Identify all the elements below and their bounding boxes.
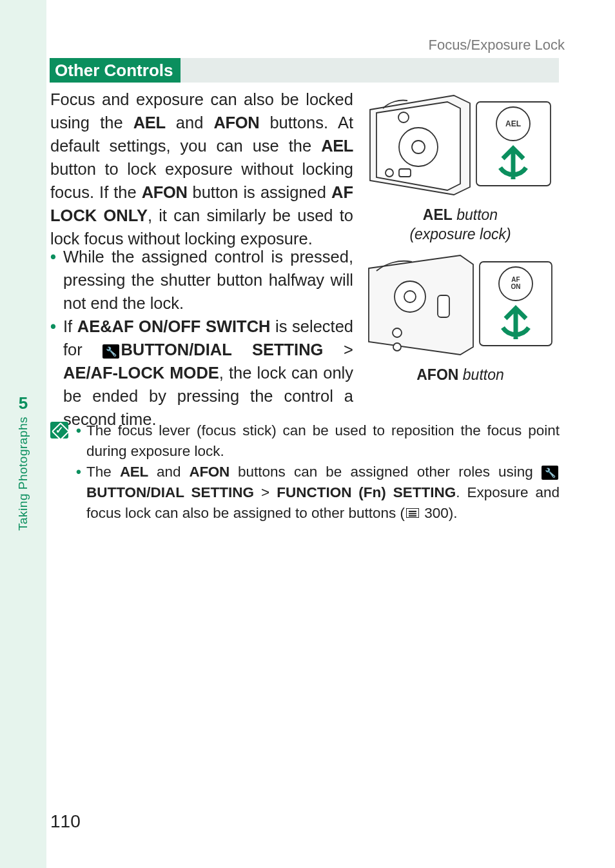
figure-caption: AEL button(exposure lock) — [364, 205, 557, 244]
text: and — [148, 464, 190, 480]
body-bullet-list: While the assigned control is pressed, p… — [50, 245, 353, 431]
svg-text:ON: ON — [511, 283, 521, 290]
list-item: The AEL and AFON buttons can be assigned… — [76, 462, 560, 524]
manual-page: 5 Taking Photographs Focus/Exposure Lock… — [0, 0, 615, 868]
svg-point-2 — [398, 112, 409, 123]
svg-text:AF: AF — [511, 276, 520, 283]
svg-point-3 — [386, 169, 393, 177]
figure-caption: AFON button — [364, 365, 557, 384]
text: While the assigned control is pressed, p… — [63, 248, 353, 312]
svg-rect-11 — [438, 295, 449, 317]
text: > — [254, 484, 277, 500]
running-head: Focus/Exposure Lock — [428, 37, 565, 54]
menu-option: AE&AF ON/OFF SWITCH — [77, 317, 271, 335]
chapter-title-text: Taking Photographs — [16, 417, 30, 531]
ael-label: AEL — [120, 464, 148, 480]
list-item: The focus lever (focus stick) can be use… — [76, 420, 560, 462]
svg-point-8 — [404, 291, 416, 302]
svg-point-10 — [393, 343, 401, 351]
menu-path: FUNCTION (Fn) SETTING — [277, 484, 456, 500]
menu-path: BUTTON/DIAL SETTING — [86, 484, 254, 500]
text: The — [86, 464, 120, 480]
text: The focus lever (focus stick) can be use… — [86, 422, 560, 459]
chapter-number: 5 — [0, 393, 46, 413]
setup-menu-icon: 🔧 — [102, 344, 119, 359]
page-reference-icon — [406, 508, 419, 518]
afon-label: AFON — [190, 464, 229, 480]
text: and — [166, 113, 214, 132]
body-paragraph-1: Focus and exposure can also be locked us… — [50, 88, 353, 250]
menu-path: AE/AF-LOCK MODE — [63, 364, 219, 382]
menu-path: BUTTON/DIAL SETTING — [121, 340, 323, 359]
figure-afon-button: AF ON AFON button — [364, 250, 557, 384]
ael-label: AEL — [321, 137, 353, 155]
figure-ael-button: AEL AEL button(exposure lock) — [364, 90, 557, 244]
text: buttons can be assigned other roles usin… — [229, 464, 542, 480]
section-title-bar: Other Controls — [50, 58, 559, 83]
hint-icon — [50, 422, 68, 439]
text: button is assigned — [187, 183, 331, 201]
page-reference-number: 300). — [420, 505, 458, 521]
svg-point-9 — [393, 328, 402, 337]
text: > — [323, 340, 353, 359]
chapter-title-vertical: Taking Photographs — [0, 417, 46, 623]
caption-bold: AFON — [416, 366, 458, 383]
caption-bold: AEL — [423, 206, 453, 223]
hint-block: The focus lever (focus stick) can be use… — [50, 420, 560, 524]
caption-italic: button — [458, 366, 503, 383]
afon-label: AFON — [142, 183, 188, 201]
svg-point-1 — [412, 141, 425, 153]
page-number: 110 — [50, 811, 81, 832]
afon-label: AFON — [214, 113, 260, 132]
camera-diagram-afon: AF ON — [364, 250, 557, 359]
svg-rect-4 — [399, 169, 411, 177]
list-item: While the assigned control is pressed, p… — [50, 245, 353, 315]
text: If — [63, 317, 77, 335]
chapter-sidebar: 5 Taking Photographs — [0, 0, 46, 868]
ael-label: AEL — [133, 113, 166, 132]
camera-diagram-ael: AEL — [364, 90, 557, 199]
list-item: If AE&AF ON/OFF SWITCH is selected for 🔧… — [50, 315, 353, 431]
setup-menu-icon: 🔧 — [542, 466, 558, 480]
section-title: Other Controls — [50, 58, 181, 83]
hint-list: The focus lever (focus stick) can be use… — [76, 420, 560, 524]
ael-button-label: AEL — [505, 119, 521, 128]
